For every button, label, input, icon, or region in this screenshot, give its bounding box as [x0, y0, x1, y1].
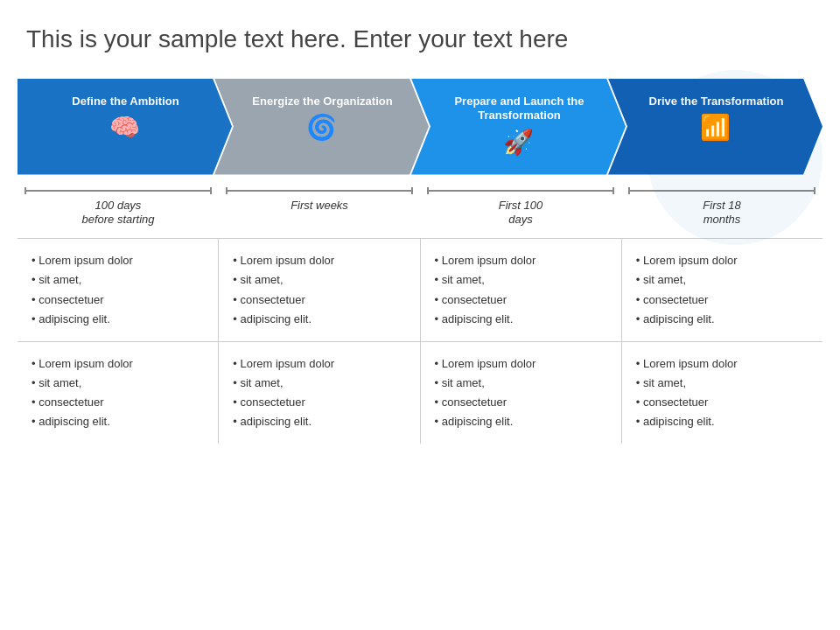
list-item: adipiscing elit.: [233, 310, 405, 329]
list-item: sit amet,: [32, 374, 204, 393]
content-area: Lorem ipsum dolor sit amet, consectetuer…: [0, 238, 840, 444]
arrow-icon-1: 🧠: [109, 116, 140, 140]
tick-right-3: [612, 187, 614, 194]
arrow-icon-4: 📶: [700, 116, 731, 140]
arrow-label-3: Prepare and Launch the Transformation: [411, 88, 626, 128]
list-2-3: Lorem ipsum dolor sit amet, consectetuer…: [435, 354, 607, 431]
list-item: adipiscing elit.: [636, 412, 808, 431]
list-item: sit amet,: [636, 270, 808, 290]
list-item: Lorem ipsum dolor: [435, 251, 607, 270]
list-item: Lorem ipsum dolor: [233, 251, 405, 270]
dash-1: [26, 190, 210, 192]
list-item: adipiscing elit.: [32, 310, 204, 329]
list-item: consectetuer: [636, 290, 808, 310]
list-item: consectetuer: [636, 393, 808, 412]
content-cell-2-2: Lorem ipsum dolor sit amet, consectetuer…: [219, 342, 420, 444]
timeline-item-1: 100 days before starting: [18, 187, 219, 228]
content-cell-2-3: Lorem ipsum dolor sit amet, consectetuer…: [421, 342, 622, 444]
arrow-item-3: Prepare and Launch the Transformation 🚀: [411, 79, 626, 175]
list-item: consectetuer: [32, 290, 204, 310]
tick-right-1: [210, 187, 212, 194]
list-item: consectetuer: [32, 393, 204, 412]
content-cell-2-1: Lorem ipsum dolor sit amet, consectetuer…: [18, 342, 219, 444]
timeline-line-3: [420, 187, 621, 194]
list-2-4: Lorem ipsum dolor sit amet, consectetuer…: [636, 354, 808, 431]
list-item: sit amet,: [233, 374, 405, 393]
timeline-line-2: [219, 187, 420, 194]
header: This is your sample text here. Enter you…: [0, 0, 840, 70]
list-item: adipiscing elit.: [435, 310, 607, 329]
arrows-row: Define the Ambition 🧠 Energize the Organ…: [18, 79, 822, 175]
list-1-3: Lorem ipsum dolor sit amet, consectetuer…: [435, 251, 607, 328]
arrow-item-4: Drive the Transformation 📶: [608, 79, 822, 175]
dash-2: [228, 190, 411, 192]
list-1-2: Lorem ipsum dolor sit amet, consectetuer…: [233, 251, 405, 328]
list-item: Lorem ipsum dolor: [32, 251, 204, 270]
list-item: consectetuer: [435, 393, 607, 412]
content-cell-1-1: Lorem ipsum dolor sit amet, consectetuer…: [18, 239, 219, 340]
list-item: consectetuer: [233, 290, 405, 310]
arrow-item-2: Energize the Organization 🌀: [214, 79, 429, 175]
list-2-2: Lorem ipsum dolor sit amet, consectetuer…: [233, 354, 405, 431]
list-item: Lorem ipsum dolor: [233, 354, 405, 374]
list-item: sit amet,: [636, 374, 808, 393]
arrow-label-2: Energize the Organization: [226, 88, 416, 113]
content-cell-1-3: Lorem ipsum dolor sit amet, consectetuer…: [421, 239, 622, 340]
header-title: This is your sample text here. Enter you…: [26, 24, 814, 54]
tick-right-2: [411, 187, 413, 194]
content-cell-1-2: Lorem ipsum dolor sit amet, consectetuer…: [219, 239, 420, 340]
list-item: Lorem ipsum dolor: [32, 354, 204, 374]
list-item: adipiscing elit.: [32, 412, 204, 431]
timeline-item-3: First 100 days: [420, 187, 621, 228]
list-item: adipiscing elit.: [435, 412, 607, 431]
arrow-label-1: Define the Ambition: [46, 88, 203, 113]
list-item: Lorem ipsum dolor: [435, 354, 607, 374]
list-item: sit amet,: [32, 270, 204, 290]
banner-area: Define the Ambition 🧠 Energize the Organ…: [0, 70, 840, 175]
content-row-2: Lorem ipsum dolor sit amet, consectetuer…: [18, 341, 822, 444]
arrow-label-4: Drive the Transformation: [623, 88, 808, 113]
list-item: consectetuer: [233, 393, 405, 412]
timeline-label-2: First weeks: [290, 199, 348, 214]
timeline-label-1: 100 days before starting: [81, 199, 154, 228]
arrow-item-1: Define the Ambition 🧠: [18, 79, 232, 175]
list-2-1: Lorem ipsum dolor sit amet, consectetuer…: [32, 354, 204, 431]
list-item: adipiscing elit.: [636, 310, 808, 329]
content-cell-2-4: Lorem ipsum dolor sit amet, consectetuer…: [622, 342, 822, 444]
timeline-line-1: [18, 187, 219, 194]
list-item: sit amet,: [435, 374, 607, 393]
list-1-1: Lorem ipsum dolor sit amet, consectetuer…: [32, 251, 204, 328]
list-item: Lorem ipsum dolor: [636, 354, 808, 374]
list-item: adipiscing elit.: [233, 412, 405, 431]
arrow-icon-2: 🌀: [306, 116, 337, 140]
list-item: sit amet,: [435, 270, 607, 290]
arrow-icon-3: 🚀: [503, 130, 534, 155]
list-item: sit amet,: [233, 270, 405, 290]
list-item: consectetuer: [435, 290, 607, 310]
list-1-4: Lorem ipsum dolor sit amet, consectetuer…: [636, 251, 808, 328]
slide: This is your sample text here. Enter you…: [0, 0, 840, 630]
timeline-item-2: First weeks: [219, 187, 420, 228]
dash-3: [429, 190, 612, 192]
timeline-label-3: First 100 days: [499, 199, 543, 228]
